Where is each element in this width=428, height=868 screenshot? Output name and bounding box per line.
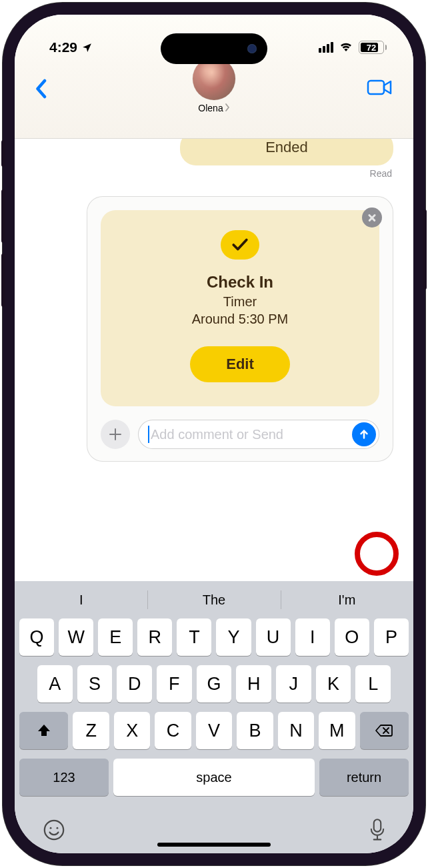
key[interactable]: O — [335, 618, 369, 656]
key[interactable]: Y — [216, 618, 251, 656]
key[interactable]: S — [77, 665, 113, 703]
checkin-card: Check In Timer Around 5:30 PM Edit — [101, 210, 379, 406]
input-placeholder: Add comment or Send — [151, 427, 283, 442]
svg-rect-4 — [374, 819, 381, 831]
key[interactable]: P — [374, 618, 409, 656]
key[interactable]: W — [59, 618, 93, 656]
shift-key[interactable] — [19, 712, 68, 749]
facetime-button[interactable] — [367, 68, 393, 99]
key[interactable]: D — [117, 665, 152, 703]
message-bubble[interactable]: Ended — [180, 139, 393, 165]
card-title: Check In — [114, 273, 366, 292]
close-button[interactable] — [362, 207, 382, 228]
dynamic-island — [161, 33, 267, 64]
chevron-right-icon — [225, 103, 230, 113]
check-icon — [221, 230, 259, 260]
edit-button[interactable]: Edit — [190, 346, 290, 382]
key[interactable]: T — [177, 618, 211, 656]
card-line2: Around 5:30 PM — [114, 310, 366, 328]
key[interactable]: U — [256, 618, 291, 656]
key[interactable]: X — [114, 712, 150, 749]
key[interactable]: G — [197, 665, 232, 703]
home-indicator[interactable] — [157, 843, 271, 847]
back-button[interactable] — [35, 68, 47, 101]
space-key[interactable]: space — [113, 759, 315, 796]
send-button[interactable] — [352, 422, 376, 446]
svg-rect-0 — [368, 81, 384, 94]
svg-point-3 — [57, 827, 59, 829]
key[interactable]: N — [278, 712, 314, 749]
svg-point-2 — [50, 827, 52, 829]
status-time: 4:29 — [49, 39, 77, 55]
dictation-button[interactable] — [369, 819, 385, 844]
card-line1: Timer — [114, 293, 366, 310]
location-icon — [81, 42, 93, 53]
contact-name-label: Olena — [198, 103, 223, 113]
emoji-button[interactable] — [43, 819, 65, 844]
key[interactable]: I — [295, 618, 330, 656]
chat-header: Olena — [15, 64, 413, 139]
annotation-highlight — [355, 532, 399, 576]
numbers-key[interactable]: 123 — [19, 759, 109, 796]
read-receipt: Read — [370, 168, 392, 179]
key[interactable]: B — [237, 712, 273, 749]
key[interactable]: F — [157, 665, 192, 703]
suggestion[interactable]: I'm — [281, 581, 413, 618]
key[interactable]: Q — [19, 618, 54, 656]
suggestion[interactable]: I — [15, 581, 147, 618]
key[interactable]: R — [137, 618, 172, 656]
checkin-attachment: Check In Timer Around 5:30 PM Edit Add c… — [87, 196, 393, 462]
plus-button[interactable] — [101, 420, 130, 449]
key[interactable]: M — [319, 712, 355, 749]
key[interactable]: A — [37, 665, 73, 703]
key[interactable]: L — [355, 665, 391, 703]
cellular-icon — [319, 42, 333, 53]
suggestion[interactable]: The — [147, 581, 280, 618]
key[interactable]: H — [236, 665, 271, 703]
contact-info[interactable]: Olena — [193, 57, 235, 113]
key[interactable]: Z — [73, 712, 109, 749]
return-key[interactable]: return — [319, 759, 409, 796]
key[interactable]: K — [316, 665, 351, 703]
svg-point-1 — [45, 821, 63, 839]
battery-icon: 72 — [359, 41, 387, 54]
key[interactable]: C — [155, 712, 191, 749]
wifi-icon — [339, 41, 353, 54]
conversation-area: Ended Read Check In Timer Around 5:30 PM… — [15, 139, 413, 581]
key[interactable]: V — [196, 712, 232, 749]
keyboard: I The I'm Q W E R T Y U I O P A S D F — [15, 581, 413, 853]
backspace-key[interactable] — [360, 712, 409, 749]
message-input[interactable]: Add comment or Send — [138, 420, 379, 449]
key[interactable]: E — [98, 618, 133, 656]
key[interactable]: J — [276, 665, 311, 703]
